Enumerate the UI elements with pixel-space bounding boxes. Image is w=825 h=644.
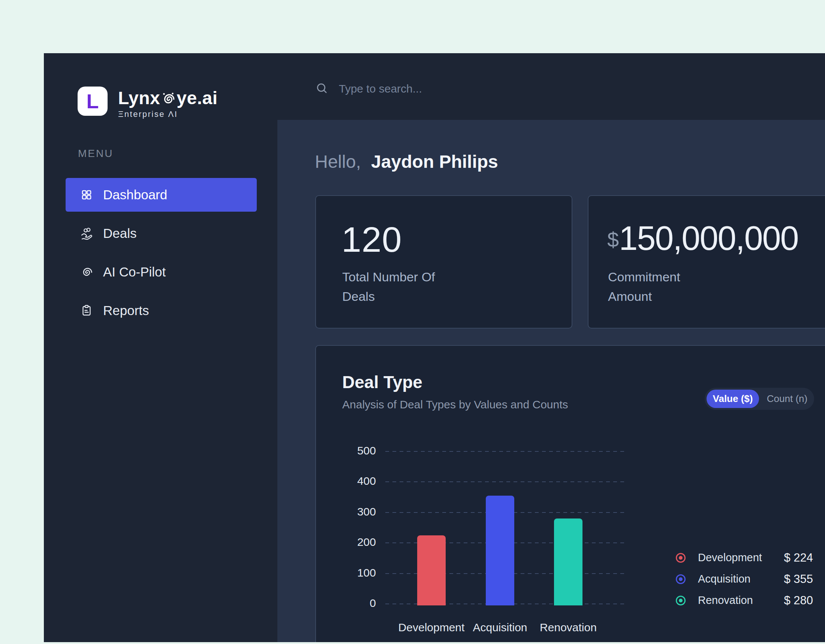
y-axis-tick-0: 0: [345, 597, 376, 610]
menu-section-label: MENU: [78, 148, 113, 160]
brand-name: Lynx ye.ai: [118, 88, 218, 108]
hand-coins-icon: [80, 226, 93, 240]
deal-type-card: Deal Type Analysis of Deal Types by Valu…: [315, 345, 825, 642]
brand-block: Lynx ye.ai Ξnterprise ΛI: [118, 88, 218, 119]
x-axis-label-development: Development: [399, 621, 465, 634]
app-window: L Lynx ye.ai Ξnterprise ΛI Type to searc…: [44, 53, 825, 642]
y-axis-tick-100: 100: [345, 567, 376, 579]
y-axis-tick-500: 500: [345, 444, 376, 457]
legend-row-development: Development$ 224: [676, 547, 813, 569]
search-placeholder: Type to search...: [339, 82, 422, 95]
bar-development: [417, 535, 446, 605]
gridline-500: [385, 451, 626, 452]
clipboard-icon: [80, 304, 93, 317]
y-axis-tick-300: 300: [345, 505, 376, 518]
legend-row-acquisition: Acquisition$ 355: [676, 569, 813, 590]
stat-card-total-deals: 120 Total Number Of Deals: [315, 195, 572, 328]
stat-label: Commitment Amount: [608, 267, 680, 306]
legend-label: Renovation: [698, 594, 753, 607]
legend-value: $ 280: [784, 594, 813, 607]
stat-card-commitment-amount: $ 150,000,000 Commitment Amount: [588, 195, 825, 328]
main-panel: Hello, Jaydon Philips 120 Total Number O…: [277, 120, 825, 642]
spiral-arcs-icon: [80, 265, 93, 279]
bar-acquisition: [486, 496, 514, 605]
currency-symbol: $: [607, 227, 619, 252]
gridline-400: [385, 481, 626, 482]
sidebar-menu: Dashboard Deals AI Co-Pilot: [66, 178, 257, 327]
legend-value: $ 355: [784, 572, 813, 586]
sidebar-item-reports[interactable]: Reports: [66, 294, 257, 327]
stat-label: Total Number Of Deals: [342, 267, 435, 306]
logo-letter: L: [87, 89, 99, 113]
brand-tagline: Ξnterprise ΛI: [118, 109, 218, 119]
legend-label: Development: [698, 552, 762, 564]
sidebar-item-deals[interactable]: Deals: [66, 217, 257, 250]
greeting-name: Jaydon Philips: [371, 152, 498, 172]
search-input[interactable]: Type to search...: [315, 77, 422, 101]
spiral-eye-icon: [161, 91, 176, 107]
dashboard-grid-icon: [80, 188, 93, 202]
sidebar-item-label: Reports: [103, 303, 149, 318]
brand-name-suffix: ye.ai: [176, 88, 218, 108]
sidebar-item-ai-copilot[interactable]: AI Co-Pilot: [66, 255, 257, 289]
page-background: L Lynx ye.ai Ξnterprise ΛI Type to searc…: [0, 0, 825, 644]
sidebar-item-label: Deals: [103, 226, 136, 241]
logo: L: [77, 86, 108, 116]
chart-legend: Development$ 224Acquisition$ 355Renovati…: [676, 547, 813, 611]
y-axis-tick-200: 200: [345, 536, 376, 548]
bar-renovation: [554, 519, 582, 605]
search-icon: [315, 82, 329, 96]
legend-dot-icon: [676, 596, 686, 605]
x-axis-label-acquisition: Acquisition: [473, 621, 527, 634]
legend-dot-icon: [676, 553, 686, 563]
x-axis-label-renovation: Renovation: [540, 621, 597, 634]
legend-row-renovation: Renovation$ 280: [676, 590, 813, 611]
stat-value: $ 150,000,000: [607, 219, 799, 258]
sidebar-item-label: Dashboard: [103, 187, 167, 202]
stat-value: 120: [341, 219, 402, 260]
sidebar-item-dashboard[interactable]: Dashboard: [66, 178, 257, 212]
greeting: Hello, Jaydon Philips: [315, 151, 498, 172]
legend-dot-icon: [676, 574, 686, 584]
sidebar-item-label: AI Co-Pilot: [103, 265, 166, 279]
y-axis-tick-400: 400: [345, 475, 376, 487]
legend-label: Acquisition: [698, 573, 751, 585]
brand-name-prefix: Lynx: [118, 88, 160, 108]
legend-value: $ 224: [784, 551, 813, 565]
greeting-prefix: Hello,: [315, 152, 361, 172]
